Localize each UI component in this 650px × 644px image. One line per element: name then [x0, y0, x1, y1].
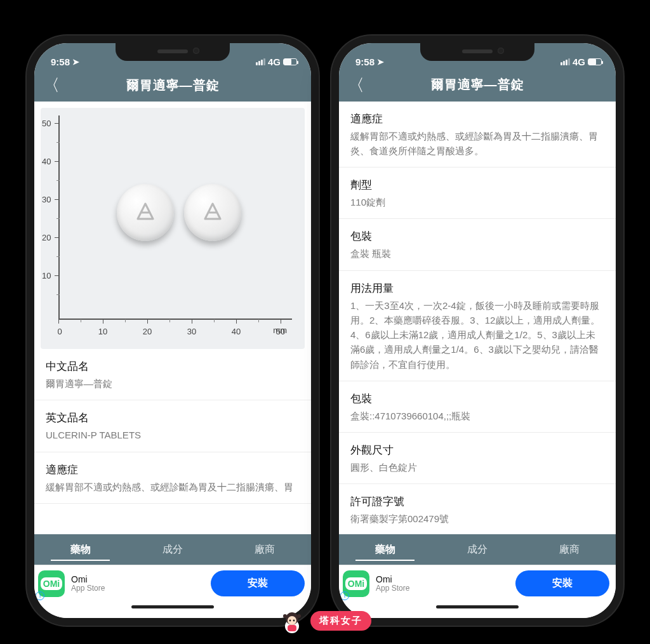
ad-banner[interactable]: OMi Omi App Store 安裝 i: [339, 565, 616, 601]
tab-drug[interactable]: 藥物: [339, 534, 431, 565]
section-value: 1、一天3至4次，一次2-4錠，飯後一小時及睡前或需要時服用。2、本藥應嚼碎後吞…: [350, 298, 604, 372]
battery-icon: [588, 58, 602, 65]
section-label: 包裝: [350, 229, 604, 244]
tablet-photo: [184, 184, 241, 241]
section-package-code: 包裝 盒裝::4710739660104,;;瓶裝: [339, 381, 616, 433]
watermark-label: 塔科女子: [310, 611, 371, 631]
section-value: 爾胃適寧—普錠: [46, 376, 300, 391]
content-area-left[interactable]: 50 40 30 20 10 0 10 20 30 40 50: [34, 102, 311, 534]
section-value: 110錠劑: [350, 195, 604, 209]
phone-frame-left: 9:58 ➤ 4G 〈 爾胃適寧—普錠 50: [27, 36, 319, 626]
section-dosage-form: 劑型 110錠劑: [339, 168, 616, 219]
screen-left: 9:58 ➤ 4G 〈 爾胃適寧—普錠 50: [34, 43, 311, 618]
section-value: 緩解胃部不適或灼熱感、或經診斷為胃及十二指腸潰瘍、胃炎、食道炎所伴隨之胃酸過多。: [350, 129, 604, 159]
section-label: 包裝: [350, 391, 604, 406]
ad-app-name: Omi: [71, 574, 105, 584]
content-area-right[interactable]: 適應症 緩解胃部不適或灼熱感、或經診斷為胃及十二指腸潰瘍、胃炎、食道炎所伴隨之胃…: [339, 102, 616, 535]
section-value: 緩解胃部不適或灼熱感、或經診斷為胃及十二指腸潰瘍、胃: [46, 480, 300, 494]
section-indication: 適應症 緩解胃部不適或灼熱感、或經診斷為胃及十二指腸潰瘍、胃: [34, 452, 311, 504]
signal-icon: [560, 58, 570, 65]
section-value: 盒裝::4710739660104,;;瓶裝: [350, 409, 604, 423]
nav-bar: 〈 爾胃適寧—普錠: [339, 69, 616, 102]
signal-icon: [256, 58, 265, 65]
tablet-photo: [117, 184, 174, 241]
tab-ingredient[interactable]: 成分: [431, 534, 523, 565]
svg-point-7: [297, 614, 301, 618]
nav-bar: 〈 爾胃適寧—普錠: [34, 69, 311, 102]
home-indicator[interactable]: [339, 601, 616, 618]
bottom-tabs: 藥物 成分 廠商: [339, 534, 616, 565]
section-cn-name: 中文品名 爾胃適寧—普錠: [34, 349, 311, 400]
status-time: 9:58: [51, 56, 70, 67]
section-label: 適應症: [350, 112, 604, 126]
ad-store-label: App Store: [376, 584, 409, 593]
section-appearance: 外觀尺寸 圓形、白色錠片: [339, 433, 616, 484]
home-indicator[interactable]: [34, 601, 311, 618]
tab-vendor[interactable]: 廠商: [219, 534, 311, 565]
section-value: 圓形、白色錠片: [350, 460, 604, 475]
section-label: 英文品名: [46, 411, 300, 425]
section-label: 外觀尺寸: [350, 443, 604, 457]
section-label: 中文品名: [46, 359, 300, 374]
location-icon: ➤: [72, 57, 79, 67]
section-value: 盒裝 瓶裝: [350, 246, 604, 261]
ad-banner[interactable]: OMi Omi App Store 安裝 i: [34, 565, 311, 601]
ad-store-label: App Store: [71, 584, 105, 593]
network-label: 4G: [573, 56, 585, 67]
section-license: 許可證字號 衛署藥製字第002479號: [339, 484, 616, 534]
section-en-name: 英文品名 ULCERIN-P TABLETS: [34, 400, 311, 452]
watermark: 塔科女子: [279, 607, 371, 634]
page-title: 爾胃適寧—普錠: [431, 76, 524, 93]
tab-drug[interactable]: 藥物: [34, 534, 126, 565]
section-label: 適應症: [46, 463, 300, 477]
section-label: 劑型: [350, 178, 604, 192]
ad-install-button[interactable]: 安裝: [211, 570, 305, 596]
page-title: 爾胃適寧—普錠: [126, 77, 220, 94]
svg-point-2: [288, 616, 296, 625]
section-value: ULCERIN-P TABLETS: [46, 428, 300, 442]
section-value: 衛署藥製字第002479號: [350, 511, 604, 526]
status-time: 9:58: [355, 56, 375, 67]
location-icon: ➤: [377, 57, 384, 67]
section-package: 包裝 盒裝 瓶裝: [339, 219, 616, 270]
watermark-icon: [279, 607, 305, 634]
section-indication: 適應症 緩解胃部不適或灼熱感、或經診斷為胃及十二指腸潰瘍、胃炎、食道炎所伴隨之胃…: [339, 102, 616, 168]
tab-ingredient[interactable]: 成分: [126, 534, 218, 565]
notch: [420, 43, 534, 61]
notch: [116, 43, 230, 61]
tab-vendor[interactable]: 廠商: [524, 534, 616, 565]
svg-point-5: [293, 620, 295, 622]
back-button[interactable]: 〈: [348, 74, 365, 96]
svg-point-4: [289, 620, 291, 622]
section-label: 用法用量: [350, 281, 604, 296]
ad-info-icon[interactable]: i: [340, 591, 349, 600]
ad-app-name: Omi: [376, 574, 409, 584]
section-label: 許可證字號: [350, 494, 604, 509]
back-button[interactable]: 〈: [43, 74, 60, 96]
svg-point-6: [283, 614, 287, 618]
screen-right: 9:58 ➤ 4G 〈 爾胃適寧—普錠 適應症 緩解胃部不適或灼熱感、或經診斷為…: [339, 43, 616, 618]
ad-install-button[interactable]: 安裝: [515, 570, 609, 596]
battery-icon: [283, 58, 297, 65]
svg-rect-3: [288, 625, 296, 631]
phone-frame-right: 9:58 ➤ 4G 〈 爾胃適寧—普錠 適應症 緩解胃部不適或灼熱感、或經診斷為…: [331, 36, 623, 626]
ruler-unit: mm: [273, 325, 287, 335]
network-label: 4G: [268, 56, 281, 67]
bottom-tabs: 藥物 成分 廠商: [34, 534, 311, 565]
drug-image: 50 40 30 20 10 0 10 20 30 40 50: [41, 108, 305, 349]
ad-info-icon[interactable]: i: [36, 591, 44, 600]
section-usage: 用法用量 1、一天3至4次，一次2-4錠，飯後一小時及睡前或需要時服用。2、本藥…: [339, 271, 616, 381]
